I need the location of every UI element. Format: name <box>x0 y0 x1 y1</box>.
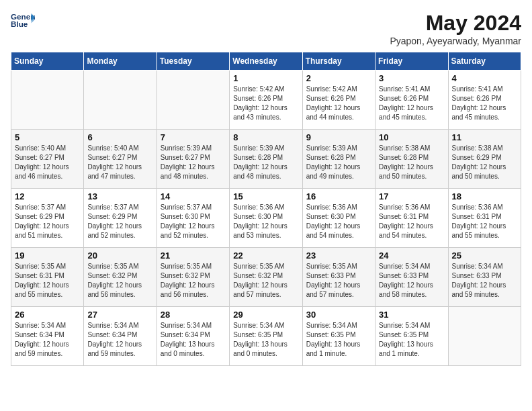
day-info: Sunrise: 5:34 AM Sunset: 6:33 PM Dayligh… <box>379 262 444 300</box>
day-info: Sunrise: 5:34 AM Sunset: 6:34 PM Dayligh… <box>87 321 152 359</box>
day-info: Sunrise: 5:36 AM Sunset: 6:30 PM Dayligh… <box>233 203 298 240</box>
day-info: Sunrise: 5:37 AM Sunset: 6:29 PM Dayligh… <box>87 203 152 240</box>
calendar-cell: 26Sunrise: 5:34 AM Sunset: 6:34 PM Dayli… <box>11 307 84 366</box>
day-info: Sunrise: 5:36 AM Sunset: 6:31 PM Dayligh… <box>452 203 517 240</box>
calendar-week-1: 1Sunrise: 5:42 AM Sunset: 6:26 PM Daylig… <box>11 71 521 130</box>
calendar-week-5: 26Sunrise: 5:34 AM Sunset: 6:34 PM Dayli… <box>11 307 521 366</box>
day-number: 30 <box>306 310 371 320</box>
calendar-cell: 25Sunrise: 5:34 AM Sunset: 6:33 PM Dayli… <box>448 248 521 307</box>
calendar-table: SundayMondayTuesdayWednesdayThursdayFrid… <box>11 52 521 366</box>
month-title: May 2024 <box>390 11 521 36</box>
calendar-cell: 29Sunrise: 5:34 AM Sunset: 6:35 PM Dayli… <box>230 307 302 366</box>
calendar-cell: 11Sunrise: 5:38 AM Sunset: 6:29 PM Dayli… <box>448 130 521 189</box>
day-info: Sunrise: 5:39 AM Sunset: 6:27 PM Dayligh… <box>161 144 226 181</box>
day-number: 2 <box>306 73 371 83</box>
header-cell-monday: Monday <box>84 52 157 71</box>
day-number: 12 <box>15 191 80 201</box>
day-info: Sunrise: 5:40 AM Sunset: 6:27 PM Dayligh… <box>87 144 152 181</box>
calendar-cell: 22Sunrise: 5:35 AM Sunset: 6:32 PM Dayli… <box>230 248 302 307</box>
logo: General Blue <box>11 11 35 30</box>
day-number: 5 <box>15 132 80 142</box>
header-cell-wednesday: Wednesday <box>230 52 302 71</box>
day-info: Sunrise: 5:37 AM Sunset: 6:30 PM Dayligh… <box>161 203 226 240</box>
day-number: 28 <box>161 310 226 320</box>
calendar-cell: 16Sunrise: 5:36 AM Sunset: 6:30 PM Dayli… <box>302 189 375 248</box>
calendar-cell: 30Sunrise: 5:34 AM Sunset: 6:35 PM Dayli… <box>302 307 375 366</box>
calendar-cell: 17Sunrise: 5:36 AM Sunset: 6:31 PM Dayli… <box>375 189 448 248</box>
calendar-cell: 4Sunrise: 5:41 AM Sunset: 6:26 PM Daylig… <box>448 71 521 130</box>
day-number: 14 <box>161 191 226 201</box>
day-number: 31 <box>379 310 444 320</box>
calendar-cell: 20Sunrise: 5:35 AM Sunset: 6:32 PM Dayli… <box>84 248 157 307</box>
calendar-body: 1Sunrise: 5:42 AM Sunset: 6:26 PM Daylig… <box>11 71 521 366</box>
calendar-cell: 19Sunrise: 5:35 AM Sunset: 6:31 PM Dayli… <box>11 248 84 307</box>
calendar-cell: 31Sunrise: 5:34 AM Sunset: 6:35 PM Dayli… <box>375 307 448 366</box>
day-number: 10 <box>379 132 444 142</box>
calendar-cell: 23Sunrise: 5:35 AM Sunset: 6:33 PM Dayli… <box>302 248 375 307</box>
day-info: Sunrise: 5:42 AM Sunset: 6:26 PM Dayligh… <box>233 85 298 122</box>
subtitle: Pyapon, Ayeyarwady, Myanmar <box>390 36 521 46</box>
day-number: 8 <box>233 132 298 142</box>
header-cell-thursday: Thursday <box>302 52 375 71</box>
calendar-cell <box>11 71 84 130</box>
day-number: 18 <box>452 191 517 201</box>
header-cell-sunday: Sunday <box>11 52 84 71</box>
title-area: May 2024 Pyapon, Ayeyarwady, Myanmar <box>390 11 521 46</box>
day-info: Sunrise: 5:39 AM Sunset: 6:28 PM Dayligh… <box>306 144 371 181</box>
calendar-cell: 10Sunrise: 5:38 AM Sunset: 6:28 PM Dayli… <box>375 130 448 189</box>
day-info: Sunrise: 5:40 AM Sunset: 6:27 PM Dayligh… <box>15 144 80 181</box>
header-row: SundayMondayTuesdayWednesdayThursdayFrid… <box>11 52 521 71</box>
day-number: 7 <box>161 132 226 142</box>
calendar-cell: 28Sunrise: 5:34 AM Sunset: 6:34 PM Dayli… <box>157 307 229 366</box>
day-number: 19 <box>15 250 80 261</box>
day-number: 24 <box>379 250 444 261</box>
day-info: Sunrise: 5:34 AM Sunset: 6:35 PM Dayligh… <box>306 321 371 359</box>
day-number: 3 <box>379 73 444 83</box>
day-info: Sunrise: 5:34 AM Sunset: 6:33 PM Dayligh… <box>452 262 517 300</box>
calendar-cell: 7Sunrise: 5:39 AM Sunset: 6:27 PM Daylig… <box>157 130 229 189</box>
calendar-cell: 12Sunrise: 5:37 AM Sunset: 6:29 PM Dayli… <box>11 189 84 248</box>
calendar-header: SundayMondayTuesdayWednesdayThursdayFrid… <box>11 52 521 71</box>
day-number: 25 <box>452 250 517 261</box>
calendar-cell: 1Sunrise: 5:42 AM Sunset: 6:26 PM Daylig… <box>230 71 302 130</box>
day-number: 13 <box>87 191 152 201</box>
calendar-cell: 2Sunrise: 5:42 AM Sunset: 6:26 PM Daylig… <box>302 71 375 130</box>
day-number: 23 <box>306 250 371 261</box>
calendar-week-4: 19Sunrise: 5:35 AM Sunset: 6:31 PM Dayli… <box>11 248 521 307</box>
header-cell-saturday: Saturday <box>448 52 521 71</box>
day-info: Sunrise: 5:34 AM Sunset: 6:35 PM Dayligh… <box>379 321 444 359</box>
day-info: Sunrise: 5:42 AM Sunset: 6:26 PM Dayligh… <box>306 85 371 122</box>
day-info: Sunrise: 5:34 AM Sunset: 6:34 PM Dayligh… <box>161 321 226 359</box>
day-info: Sunrise: 5:36 AM Sunset: 6:31 PM Dayligh… <box>379 203 444 240</box>
day-info: Sunrise: 5:39 AM Sunset: 6:28 PM Dayligh… <box>233 144 298 181</box>
day-number: 27 <box>87 310 152 320</box>
day-number: 4 <box>452 73 517 83</box>
day-info: Sunrise: 5:36 AM Sunset: 6:30 PM Dayligh… <box>306 203 371 240</box>
day-number: 6 <box>87 132 152 142</box>
logo-icon: General Blue <box>11 11 35 30</box>
calendar-cell: 5Sunrise: 5:40 AM Sunset: 6:27 PM Daylig… <box>11 130 84 189</box>
calendar-cell <box>157 71 229 130</box>
calendar-cell: 3Sunrise: 5:41 AM Sunset: 6:26 PM Daylig… <box>375 71 448 130</box>
calendar-cell: 21Sunrise: 5:35 AM Sunset: 6:32 PM Dayli… <box>157 248 229 307</box>
calendar-cell: 13Sunrise: 5:37 AM Sunset: 6:29 PM Dayli… <box>84 189 157 248</box>
day-number: 29 <box>233 310 298 320</box>
day-number: 16 <box>306 191 371 201</box>
day-info: Sunrise: 5:34 AM Sunset: 6:35 PM Dayligh… <box>233 321 298 359</box>
day-number: 26 <box>15 310 80 320</box>
svg-text:Blue: Blue <box>11 19 28 28</box>
calendar-cell <box>448 307 521 366</box>
day-info: Sunrise: 5:35 AM Sunset: 6:32 PM Dayligh… <box>87 262 152 300</box>
day-info: Sunrise: 5:35 AM Sunset: 6:33 PM Dayligh… <box>306 262 371 300</box>
day-info: Sunrise: 5:38 AM Sunset: 6:29 PM Dayligh… <box>452 144 517 181</box>
day-info: Sunrise: 5:35 AM Sunset: 6:32 PM Dayligh… <box>233 262 298 300</box>
calendar-week-2: 5Sunrise: 5:40 AM Sunset: 6:27 PM Daylig… <box>11 130 521 189</box>
header: General Blue May 2024 Pyapon, Ayeyarwady… <box>11 11 521 46</box>
day-number: 22 <box>233 250 298 261</box>
calendar-cell: 14Sunrise: 5:37 AM Sunset: 6:30 PM Dayli… <box>157 189 229 248</box>
day-info: Sunrise: 5:35 AM Sunset: 6:32 PM Dayligh… <box>161 262 226 300</box>
calendar-cell: 24Sunrise: 5:34 AM Sunset: 6:33 PM Dayli… <box>375 248 448 307</box>
day-info: Sunrise: 5:37 AM Sunset: 6:29 PM Dayligh… <box>15 203 80 240</box>
day-number: 1 <box>233 73 298 83</box>
day-number: 11 <box>452 132 517 142</box>
